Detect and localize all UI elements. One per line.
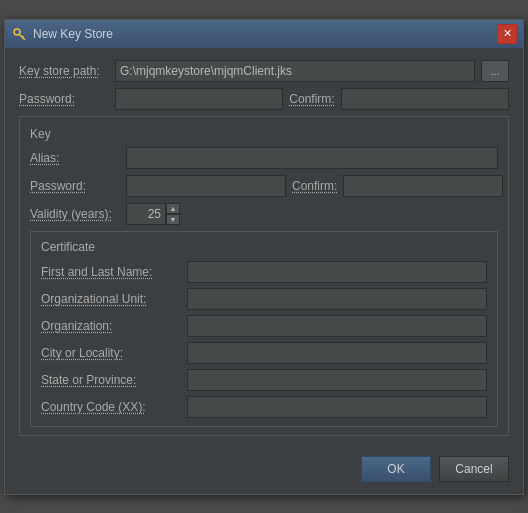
state-label: State or Province:	[41, 373, 181, 387]
org-row: Organization:	[41, 315, 487, 337]
dialog-content: Key store path: ... Password: Confirm: K…	[5, 48, 523, 448]
spinner-up-button[interactable]: ▲	[166, 203, 180, 214]
validity-label: Validity (years):	[30, 207, 120, 221]
city-row: City or Locality:	[41, 342, 487, 364]
spinner-down-button[interactable]: ▼	[166, 214, 180, 225]
close-button[interactable]: ✕	[497, 24, 517, 44]
org-unit-label: Organizational Unit:	[41, 292, 181, 306]
key-section-label: Key	[30, 127, 498, 141]
top-confirm-label: Confirm:	[289, 92, 334, 106]
certificate-title: Certificate	[41, 240, 487, 254]
org-unit-input[interactable]	[187, 288, 487, 310]
country-code-row: Country Code (XX):	[41, 396, 487, 418]
validity-spinner: ▲ ▼	[126, 203, 180, 225]
spinner-buttons: ▲ ▼	[166, 203, 180, 225]
keystore-path-row: Key store path: ...	[19, 60, 509, 82]
alias-input[interactable]	[126, 147, 498, 169]
org-label: Organization:	[41, 319, 181, 333]
key-group: Key Alias: Password: Confirm: Validity (…	[19, 116, 509, 436]
key-password-input[interactable]	[126, 175, 286, 197]
key-icon	[11, 26, 27, 42]
city-input[interactable]	[187, 342, 487, 364]
svg-point-0	[14, 29, 20, 35]
org-unit-row: Organizational Unit:	[41, 288, 487, 310]
alias-label: Alias:	[30, 151, 120, 165]
key-confirm-input[interactable]	[343, 175, 503, 197]
key-password-label: Password:	[30, 179, 120, 193]
country-code-label: Country Code (XX):	[41, 400, 181, 414]
validity-input[interactable]	[126, 203, 166, 225]
keystore-path-label: Key store path:	[19, 64, 109, 78]
browse-button[interactable]: ...	[481, 60, 509, 82]
alias-row: Alias:	[30, 147, 498, 169]
top-password-label: Password:	[19, 92, 109, 106]
cancel-button[interactable]: Cancel	[439, 456, 509, 482]
country-code-input[interactable]	[187, 396, 487, 418]
key-confirm-label: Confirm:	[292, 179, 337, 193]
top-confirm-input[interactable]	[341, 88, 509, 110]
key-password-row: Password: Confirm:	[30, 175, 498, 197]
keystore-path-input[interactable]	[115, 60, 475, 82]
button-row: OK Cancel	[5, 448, 523, 494]
state-input[interactable]	[187, 369, 487, 391]
title-bar-left: New Key Store	[11, 26, 113, 42]
org-input[interactable]	[187, 315, 487, 337]
city-label: City or Locality:	[41, 346, 181, 360]
window-title: New Key Store	[33, 27, 113, 41]
first-last-name-row: First and Last Name:	[41, 261, 487, 283]
state-row: State or Province:	[41, 369, 487, 391]
title-bar: New Key Store ✕	[5, 20, 523, 48]
first-last-name-label: First and Last Name:	[41, 265, 181, 279]
new-key-store-dialog: New Key Store ✕ Key store path: ... Pass…	[4, 19, 524, 495]
top-password-input[interactable]	[115, 88, 283, 110]
ok-button[interactable]: OK	[361, 456, 431, 482]
top-password-row: Password: Confirm:	[19, 88, 509, 110]
validity-row: Validity (years): ▲ ▼	[30, 203, 498, 225]
certificate-group: Certificate First and Last Name: Organiz…	[30, 231, 498, 427]
first-last-name-input[interactable]	[187, 261, 487, 283]
